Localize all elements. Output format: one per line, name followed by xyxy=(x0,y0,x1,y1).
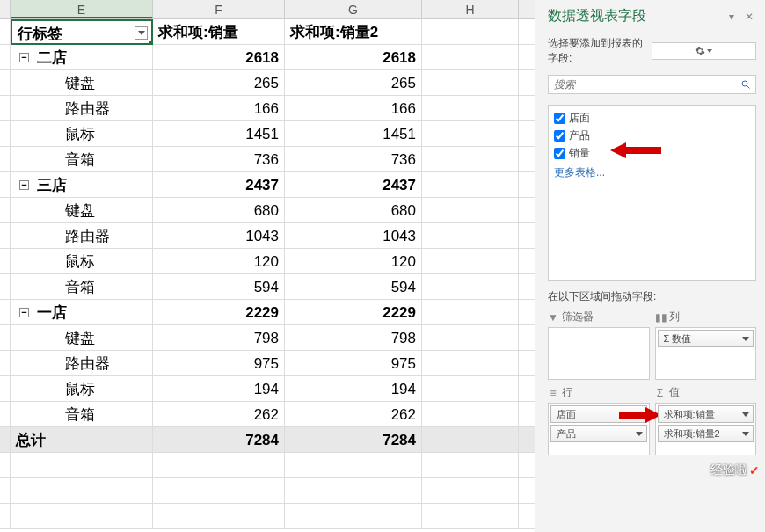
item-label[interactable]: 音箱 xyxy=(11,147,153,171)
columns-area[interactable]: ▮▮列 Σ 数值 xyxy=(655,310,757,380)
item-label[interactable]: 路由器 xyxy=(11,96,153,120)
gear-icon xyxy=(695,46,705,56)
watermark: 经验啦✓ xyxy=(710,463,760,478)
collapse-icon[interactable]: − xyxy=(19,308,29,317)
grand-total-label[interactable]: 总计 xyxy=(11,427,153,452)
annotation-arrow xyxy=(610,141,663,163)
svg-marker-5 xyxy=(619,407,661,423)
item-label[interactable]: 键盘 xyxy=(11,198,153,222)
item-label[interactable]: 路由器 xyxy=(11,223,153,248)
sigma-icon: Σ xyxy=(655,387,666,399)
field-list[interactable]: 店面产品销量更多表格... xyxy=(548,105,756,281)
field-checkbox[interactable] xyxy=(554,148,565,159)
field-pill[interactable]: 求和项:销量2 xyxy=(658,425,754,442)
item-label[interactable]: 鼠标 xyxy=(11,249,153,273)
search-input[interactable] xyxy=(549,76,736,93)
item-label[interactable]: 键盘 xyxy=(11,70,153,95)
collapse-icon[interactable]: − xyxy=(19,180,29,190)
sum2-header[interactable]: 求和项:销量2 xyxy=(285,19,422,44)
annotation-arrow xyxy=(619,405,661,427)
field-checkbox-item[interactable]: 店面 xyxy=(554,109,750,127)
search-box[interactable] xyxy=(548,75,756,94)
filter-icon: ▼ xyxy=(548,311,558,324)
group-row[interactable]: 二店− xyxy=(11,45,153,69)
group-row[interactable]: 一店− xyxy=(11,300,153,324)
column-headers: E F G H xyxy=(0,0,535,19)
item-label[interactable]: 路由器 xyxy=(11,351,153,375)
item-label[interactable]: 键盘 xyxy=(11,325,153,350)
collapse-icon[interactable]: − xyxy=(19,53,29,62)
item-label[interactable]: 音箱 xyxy=(11,274,153,299)
svg-marker-0 xyxy=(138,31,145,35)
filter-area[interactable]: ▼筛选器 xyxy=(548,310,650,380)
chevron-down-icon xyxy=(707,49,712,53)
search-icon xyxy=(736,76,755,93)
field-pill[interactable]: Σ 数值 xyxy=(658,330,754,347)
close-icon[interactable]: ✕ xyxy=(742,11,756,23)
settings-button[interactable] xyxy=(652,42,757,60)
row-labels-header[interactable]: 行标签 xyxy=(11,19,153,45)
sum1-header[interactable]: 求和项:销量 xyxy=(153,19,285,44)
col-header-e[interactable]: E xyxy=(11,0,153,18)
field-checkbox[interactable] xyxy=(554,113,565,124)
pane-title: 数据透视表字段 xyxy=(548,7,721,26)
dropdown-icon[interactable]: ▾ xyxy=(725,11,739,23)
pivot-fields-pane: 数据透视表字段 ▾ ✕ 选择要添加到报表的字段: 店面产品销量更多表格... 在… xyxy=(535,0,765,532)
group-row[interactable]: 三店− xyxy=(11,172,153,197)
pane-subtitle: 选择要添加到报表的字段: xyxy=(548,36,652,66)
filter-dropdown-icon[interactable] xyxy=(135,26,148,40)
svg-point-2 xyxy=(742,81,747,86)
col-header-f[interactable]: F xyxy=(153,0,285,18)
col-header-g[interactable]: G xyxy=(285,0,422,18)
field-pill[interactable]: 求和项:销量 xyxy=(658,405,754,423)
svg-marker-1 xyxy=(707,49,712,53)
col-header-h[interactable]: H xyxy=(422,0,519,18)
field-pill[interactable]: 产品 xyxy=(550,425,647,442)
values-area[interactable]: Σ值 求和项:销量求和项:销量2 xyxy=(655,385,757,455)
item-label[interactable]: 鼠标 xyxy=(11,121,153,146)
more-tables-link[interactable]: 更多表格... xyxy=(554,165,750,180)
field-checkbox[interactable] xyxy=(554,130,565,142)
svg-line-3 xyxy=(747,86,750,89)
item-label[interactable]: 鼠标 xyxy=(11,376,153,401)
rows-icon: ≡ xyxy=(548,387,558,399)
drag-instruction: 在以下区域间拖动字段: xyxy=(548,289,756,304)
columns-icon: ▮▮ xyxy=(655,311,666,324)
item-label[interactable]: 音箱 xyxy=(11,402,153,426)
spreadsheet: E F G H 行标签求和项:销量求和项:销量2二店−26182618键盘265… xyxy=(0,0,535,532)
svg-marker-4 xyxy=(610,142,661,158)
